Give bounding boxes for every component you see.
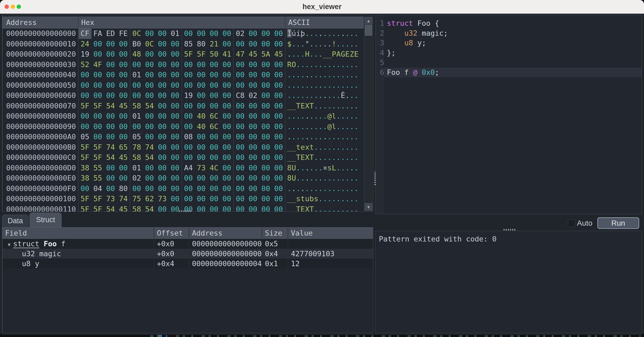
- hex-byte[interactable]: 00: [234, 39, 247, 49]
- hex-byte[interactable]: 00: [259, 60, 272, 70]
- hex-byte[interactable]: 00: [156, 204, 169, 212]
- hex-byte[interactable]: 54: [143, 152, 156, 163]
- hex-byte[interactable]: 00: [91, 132, 104, 142]
- hex-byte[interactable]: 00: [272, 184, 285, 194]
- hex-byte[interactable]: 00: [208, 173, 220, 184]
- hex-byte[interactable]: 00: [208, 152, 220, 163]
- hex-byte[interactable]: 00: [220, 39, 233, 49]
- hex-byte[interactable]: 00: [234, 122, 247, 132]
- hex-scrollbar[interactable]: ▲ ▼: [364, 17, 373, 211]
- hex-byte[interactable]: 02: [234, 28, 247, 39]
- hex-byte[interactable]: 00: [143, 132, 156, 142]
- hex-byte[interactable]: 00: [272, 80, 285, 91]
- hex-byte[interactable]: 00: [220, 111, 233, 122]
- hex-byte[interactable]: 00: [117, 70, 130, 80]
- hex-byte[interactable]: 00: [117, 49, 130, 60]
- hex-byte[interactable]: B0: [130, 39, 143, 49]
- hex-byte[interactable]: 00: [220, 204, 233, 212]
- hex-byte[interactable]: 00: [195, 142, 208, 153]
- hex-byte[interactable]: 74: [117, 194, 130, 204]
- hex-byte[interactable]: 00: [143, 70, 156, 80]
- hex-byte[interactable]: 38: [79, 163, 91, 173]
- hex-byte[interactable]: 54: [143, 204, 156, 212]
- hex-byte[interactable]: 01: [130, 163, 143, 173]
- hex-byte[interactable]: 00: [117, 39, 130, 49]
- hex-byte[interactable]: 00: [195, 90, 208, 101]
- tab-data[interactable]: Data: [2, 215, 28, 227]
- hex-byte[interactable]: 5F: [79, 152, 91, 163]
- hex-byte[interactable]: 5F: [79, 194, 91, 204]
- hex-byte[interactable]: 00: [220, 90, 233, 101]
- hex-byte[interactable]: 00: [272, 163, 285, 173]
- hex-byte[interactable]: 4F: [91, 60, 104, 70]
- vertical-splitter-handle[interactable]: [374, 172, 376, 185]
- ascii-cell[interactable]: ................: [285, 132, 364, 142]
- hex-byte[interactable]: 00: [259, 163, 272, 173]
- hex-byte[interactable]: 00: [169, 173, 182, 184]
- hex-byte[interactable]: 00: [220, 173, 233, 184]
- hex-byte[interactable]: 00: [182, 173, 195, 184]
- hex-byte[interactable]: 00: [220, 60, 233, 70]
- hex-byte[interactable]: 85: [182, 39, 195, 49]
- hex-byte[interactable]: 00: [208, 80, 220, 91]
- hex-byte[interactable]: 00: [182, 111, 195, 122]
- hex-byte[interactable]: 00: [156, 111, 169, 122]
- hex-byte[interactable]: 00: [259, 194, 272, 204]
- hex-byte[interactable]: 00: [208, 194, 220, 204]
- hex-byte[interactable]: 00: [117, 90, 130, 101]
- hex-byte[interactable]: 73: [104, 194, 117, 204]
- hex-byte[interactable]: 00: [156, 101, 169, 111]
- hex-byte[interactable]: 00: [247, 132, 260, 142]
- hex-byte[interactable]: 00: [259, 132, 272, 142]
- ascii-cell[interactable]: __TEXT..........: [285, 152, 364, 163]
- hex-byte[interactable]: 41: [220, 49, 233, 60]
- hex-byte[interactable]: 00: [272, 173, 285, 184]
- hex-byte[interactable]: 19: [182, 90, 195, 101]
- hex-byte[interactable]: 00: [104, 132, 117, 142]
- hex-byte[interactable]: 01: [169, 28, 182, 39]
- hex-byte[interactable]: 00: [169, 194, 182, 204]
- run-button[interactable]: Run: [597, 217, 639, 229]
- auto-checkbox[interactable]: [568, 219, 575, 227]
- hex-byte[interactable]: 00: [79, 122, 91, 132]
- hex-byte[interactable]: 55: [91, 173, 104, 184]
- hex-byte[interactable]: 00: [259, 173, 272, 184]
- console-splitter-handle[interactable]: [504, 229, 516, 230]
- expander-icon[interactable]: ▼: [5, 240, 13, 249]
- hex-byte[interactable]: 45: [117, 152, 130, 163]
- hex-byte[interactable]: 58: [130, 204, 143, 212]
- hex-byte[interactable]: 00: [182, 101, 195, 111]
- hex-byte[interactable]: 00: [156, 49, 169, 60]
- hex-byte[interactable]: 00: [208, 28, 220, 39]
- hex-byte[interactable]: 5F: [79, 204, 91, 212]
- ascii-cell[interactable]: ....H...__PAGEZE: [285, 49, 364, 60]
- hex-byte[interactable]: 00: [117, 111, 130, 122]
- ascii-cell[interactable]: 8U......¤sL.....: [285, 163, 364, 173]
- hex-byte[interactable]: 00: [104, 80, 117, 91]
- scrollbar-thumb[interactable]: [365, 25, 372, 36]
- hex-byte[interactable]: 5F: [195, 49, 208, 60]
- hex-byte[interactable]: 54: [104, 204, 117, 212]
- hex-byte[interactable]: 00: [104, 111, 117, 122]
- hex-byte[interactable]: 00: [247, 70, 260, 80]
- hex-byte[interactable]: 00: [259, 122, 272, 132]
- hex-byte[interactable]: 74: [104, 142, 117, 153]
- hex-byte[interactable]: 00: [143, 80, 156, 91]
- hex-byte[interactable]: 00: [259, 101, 272, 111]
- hex-byte[interactable]: 00: [169, 80, 182, 91]
- hex-byte[interactable]: 00: [220, 184, 233, 194]
- hex-byte[interactable]: 00: [169, 111, 182, 122]
- hex-byte[interactable]: 00: [195, 184, 208, 194]
- hex-byte[interactable]: 00: [259, 152, 272, 163]
- hex-byte[interactable]: 54: [143, 101, 156, 111]
- hex-byte[interactable]: 00: [104, 60, 117, 70]
- hex-byte[interactable]: 00: [91, 122, 104, 132]
- hex-byte[interactable]: 00: [259, 184, 272, 194]
- hex-byte[interactable]: 00: [247, 163, 260, 173]
- hex-byte[interactable]: 00: [156, 132, 169, 142]
- hex-byte[interactable]: 00: [195, 173, 208, 184]
- hex-byte[interactable]: 00: [117, 122, 130, 132]
- hex-byte[interactable]: 00: [143, 184, 156, 194]
- hex-byte[interactable]: 47: [234, 49, 247, 60]
- hex-byte[interactable]: 73: [156, 194, 169, 204]
